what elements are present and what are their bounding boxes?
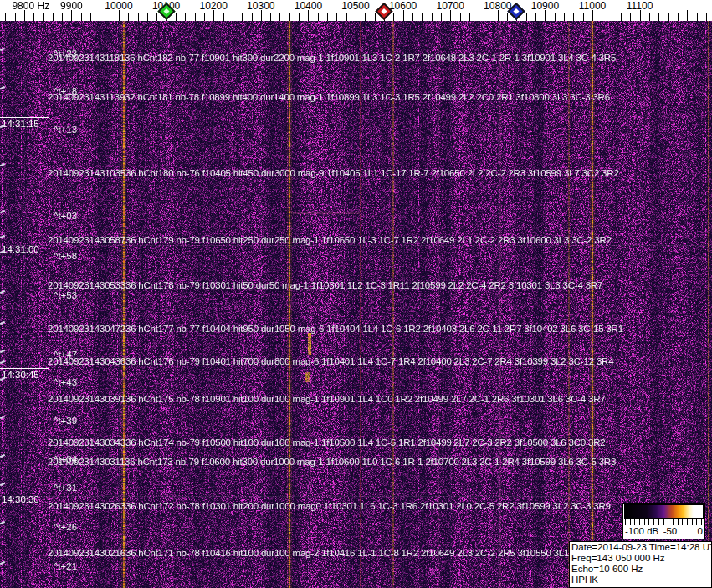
spectrogram-app: 9800 Hz990010000101001020010300104001050… [0, 0, 712, 588]
axis-tick [535, 13, 536, 21]
axis-tick [53, 13, 54, 21]
time-offset-marker: ^t+23 [54, 49, 77, 59]
colorbar-tick [687, 519, 688, 525]
axis-label: 11000 [579, 0, 606, 12]
axis-tick [15, 13, 16, 21]
colorbar-ticks [625, 519, 703, 525]
axis-tick [33, 13, 34, 21]
info-box: Date=2014-09-23 Time=14:28 UTC Freq=143 … [569, 541, 712, 588]
axis-tick [43, 13, 44, 21]
axis-tick [469, 13, 470, 21]
axis-tick [138, 13, 139, 21]
axis-label: 11100 [627, 0, 653, 12]
colorbar-labels: -100 dB -50 0 [625, 526, 703, 537]
axis-tick [318, 13, 319, 21]
axis-tick [375, 13, 376, 21]
axis-label: 10500 [341, 0, 369, 12]
echo-log-line: 20140923143113932 hCnt181 nb-78 f10899 h… [48, 92, 610, 102]
axis-tick [289, 13, 290, 21]
axis-label: 10000 [105, 0, 132, 12]
time-offset-marker: ^t+21 [54, 561, 77, 571]
timestamp-label: 14:31:15 [0, 117, 49, 129]
echo-log-line: 20140923143047236 hCnt177 nb-77 f10404 h… [48, 324, 623, 334]
axis-tick [156, 13, 157, 21]
echo-log-line: 20140923143021636 hCnt171 nb-78 f10416 h… [48, 548, 589, 558]
axis-label: 10700 [437, 0, 464, 12]
timestamp-label: 14:30:30 [0, 493, 49, 504]
axis-tick [336, 13, 337, 21]
axis-tick [555, 13, 556, 21]
axis-tick [412, 13, 413, 21]
colorbar-tick [648, 519, 649, 525]
echo-log-line: 20140923143118136 hCnt182 nb-77 f10901 h… [48, 53, 616, 63]
axis-tick [602, 13, 602, 21]
axis-tick [100, 13, 100, 21]
time-offset-marker: ^t+34 [54, 454, 77, 464]
axis-tick [365, 13, 366, 21]
axis-tick [658, 13, 659, 21]
axis-label: 10400 [295, 0, 322, 12]
colorbar-mid-label: -50 [663, 526, 678, 536]
axis-tick [460, 13, 461, 21]
colorbar-tick [673, 519, 674, 525]
axis-label: 9800 Hz [12, 0, 49, 12]
axis-tick [204, 13, 205, 21]
axis-tick [432, 13, 433, 21]
echo-log-line: 20140923143034336 hCnt174 nb-79 f10500 h… [48, 437, 606, 447]
colorbar-gradient [624, 504, 704, 519]
axis-tick [90, 13, 91, 21]
axis-tick [176, 13, 177, 21]
axis-tick [279, 13, 280, 21]
timestamp-label: 14:31:00 [0, 243, 49, 254]
axis-tick [687, 10, 688, 21]
echo-log-line: 20140923143053336 hCnt178 nb-79 f10301 h… [48, 280, 602, 290]
timestamp-label: 14:30:45 [0, 368, 49, 380]
axis-tick [583, 13, 584, 21]
colorbar-tick [701, 519, 702, 525]
colorbar: -100 dB -50 0 [622, 503, 705, 539]
axis-tick [612, 13, 612, 21]
axis-tick [678, 13, 679, 21]
axis-tick [393, 13, 394, 21]
echo-log-line: 20140923143039136 hCnt175 nb-78 f10901 h… [48, 394, 606, 404]
axis-tick [422, 13, 423, 21]
time-offset-marker: ^t+18 [54, 86, 77, 96]
axis-tick [668, 13, 669, 21]
axis-tick [621, 13, 622, 21]
colorbar-tick [644, 519, 645, 525]
colorbar-tick [639, 519, 640, 525]
axis-tick [233, 13, 233, 21]
colorbar-tick [658, 519, 659, 525]
colorbar-tick [663, 519, 664, 525]
echo-log-line: 20140923143058736 hCnt179 nb-79 f10650 h… [48, 235, 612, 245]
axis-label: 10900 [531, 0, 559, 12]
axis-tick [252, 13, 253, 21]
axis-tick [223, 13, 224, 21]
axis-label: 9900 [60, 0, 83, 12]
info-echo: Echo=10 600 Hz [571, 564, 709, 575]
axis-tick [630, 13, 631, 21]
time-offset-marker: ^t+31 [54, 483, 77, 493]
time-offset-marker: ^t+13 [54, 125, 77, 135]
axis-tick [507, 13, 508, 21]
colorbar-tick [678, 519, 679, 525]
colorbar-min-label: -100 dB [625, 526, 658, 536]
axis-tick [270, 13, 271, 21]
axis-tick [299, 13, 300, 21]
frequency-axis: 9800 Hz990010000101001020010300104001050… [0, 0, 712, 21]
axis-tick [346, 13, 347, 21]
axis-tick [649, 13, 650, 21]
time-offset-marker: ^t+47 [54, 350, 77, 360]
colorbar-tick [625, 519, 626, 525]
axis-tick [441, 13, 442, 21]
axis-tick [479, 13, 479, 21]
colorbar-max-label: 0 [698, 526, 703, 536]
colorbar-tick [682, 519, 683, 525]
colorbar-tick [630, 519, 631, 525]
info-date-time: Date=2014-09-23 Time=14:28 UTC [571, 542, 709, 553]
axis-tick [5, 13, 6, 21]
echo-log-line: 20140923143043636 hCnt176 nb-79 f10401 h… [48, 356, 613, 366]
axis-tick [128, 13, 129, 21]
axis-tick [706, 13, 707, 21]
echo-log-line: 20140923143026336 hCnt172 nb-78 f10301 h… [48, 501, 611, 511]
